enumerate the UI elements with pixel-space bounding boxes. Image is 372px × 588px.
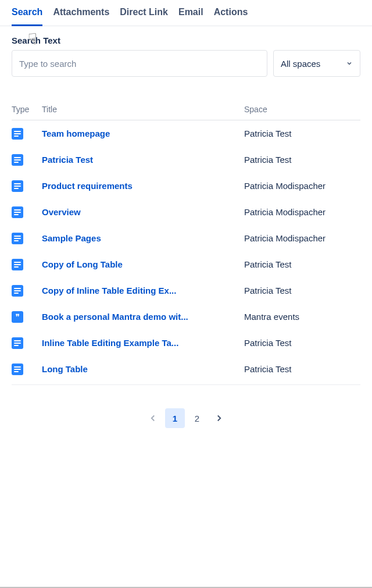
title-link[interactable]: Sample Pages xyxy=(42,233,238,243)
cell-type xyxy=(12,233,42,244)
table-row: Product requirementsPatricia Modispacher xyxy=(12,173,360,199)
cell-space: Patricia Test xyxy=(244,286,360,296)
tab-attachments[interactable]: Attachments xyxy=(53,7,109,26)
table-divider xyxy=(12,384,360,385)
space-text: Patricia Test xyxy=(244,338,291,348)
search-input[interactable] xyxy=(12,50,267,77)
cell-type xyxy=(12,364,42,375)
cell-space: Patricia Test xyxy=(244,364,360,375)
table-body: Team homepagePatricia TestPatricia TestP… xyxy=(12,120,360,382)
cell-space: Patricia Test xyxy=(244,338,360,348)
table-row: ❜❜Book a personal Mantra demo wit...Mant… xyxy=(12,304,360,330)
page-1-button[interactable]: 1 xyxy=(165,408,185,428)
cell-title: Copy of Long Table xyxy=(42,259,244,269)
cell-title: Product requirements xyxy=(42,181,244,191)
table-row: Copy of Long TablePatricia Test xyxy=(12,251,360,277)
page-icon xyxy=(12,337,23,349)
space-filter-select[interactable]: All spaces xyxy=(273,50,360,77)
cell-space: Patricia Modispacher xyxy=(244,207,360,218)
cell-space: Patricia Test xyxy=(244,129,360,139)
header-title: Title xyxy=(42,105,244,114)
table-row: Sample PagesPatricia Modispacher xyxy=(12,225,360,251)
cell-space: Patricia Test xyxy=(244,259,360,270)
cell-space: Patricia Modispacher xyxy=(244,181,360,191)
space-text: Patricia Test xyxy=(244,155,291,165)
space-text: Patricia Test xyxy=(244,129,291,138)
space-text: Patricia Test xyxy=(244,286,291,295)
header-space: Space xyxy=(244,105,360,114)
title-link[interactable]: Product requirements xyxy=(42,181,238,191)
space-text: Patricia Modispacher xyxy=(244,207,326,217)
space-filter-value: All spaces xyxy=(281,59,320,69)
cell-title: Sample Pages xyxy=(42,233,244,243)
cell-type: ❜❜ xyxy=(12,311,42,323)
table-row: Copy of Inline Table Editing Ex...Patric… xyxy=(12,277,360,304)
blog-icon: ❜❜ xyxy=(12,311,23,323)
header-type: Type xyxy=(12,105,42,114)
tab-actions[interactable]: Actions xyxy=(214,7,248,26)
tab-email[interactable]: Email xyxy=(178,7,203,26)
cell-title: Overview xyxy=(42,207,244,217)
cell-title: Inline Table Editing Example Ta... xyxy=(42,338,244,348)
cell-space: Mantra events xyxy=(244,312,360,322)
pagination: 1 2 xyxy=(0,408,372,428)
cell-type xyxy=(12,154,42,166)
tab-search[interactable]: Search xyxy=(12,7,42,26)
cell-type xyxy=(12,285,42,297)
cell-title: Patricia Test xyxy=(42,155,244,165)
table-row: OverviewPatricia Modispacher xyxy=(12,199,360,225)
space-text: Mantra events xyxy=(244,312,299,322)
chevron-down-icon xyxy=(346,59,353,69)
space-text: Patricia Modispacher xyxy=(244,233,326,243)
page-icon xyxy=(12,364,23,375)
cell-type xyxy=(12,128,42,140)
page-icon xyxy=(12,259,23,270)
cell-type xyxy=(12,337,42,349)
title-link[interactable]: Patricia Test xyxy=(42,155,238,165)
page-icon xyxy=(12,154,23,166)
cell-type xyxy=(12,180,42,192)
title-link[interactable]: Copy of Inline Table Editing Ex... xyxy=(42,286,238,295)
page-icon xyxy=(12,206,23,218)
page-next-button[interactable] xyxy=(209,408,229,428)
page-icon xyxy=(12,285,23,297)
cell-title: Book a personal Mantra demo wit... xyxy=(42,312,244,322)
space-text: Patricia Modispacher xyxy=(244,181,326,191)
cell-type xyxy=(12,259,42,270)
space-text: Patricia Test xyxy=(244,259,291,269)
cell-title: Copy of Inline Table Editing Ex... xyxy=(42,286,244,295)
search-label: Search Text xyxy=(12,35,360,45)
search-section: Search Text All spaces xyxy=(0,26,372,81)
title-link[interactable]: Inline Table Editing Example Ta... xyxy=(42,338,238,348)
page-prev-button[interactable] xyxy=(143,408,163,428)
tab-bar: Search Attachments Direct Link Email Act… xyxy=(0,0,372,26)
table-row: Patricia TestPatricia Test xyxy=(12,147,360,173)
page-2-button[interactable]: 2 xyxy=(187,408,207,428)
title-link[interactable]: Long Table xyxy=(42,364,238,374)
cell-type xyxy=(12,206,42,218)
tab-direct-link[interactable]: Direct Link xyxy=(120,7,168,26)
page-icon xyxy=(12,128,23,140)
title-link[interactable]: Book a personal Mantra demo wit... xyxy=(42,312,238,322)
title-link[interactable]: Team homepage xyxy=(42,129,238,138)
results-table: Type Title Space Team homepagePatricia T… xyxy=(12,105,360,385)
title-link[interactable]: Overview xyxy=(42,207,238,217)
page-icon xyxy=(12,233,23,244)
cell-title: Long Table xyxy=(42,364,244,374)
cell-title: Team homepage xyxy=(42,129,244,138)
table-row: Long TablePatricia Test xyxy=(12,356,360,382)
cell-space: Patricia Test xyxy=(244,155,360,165)
title-link[interactable]: Copy of Long Table xyxy=(42,259,238,269)
cell-space: Patricia Modispacher xyxy=(244,233,360,244)
space-text: Patricia Test xyxy=(244,364,291,374)
table-header: Type Title Space xyxy=(12,105,360,120)
table-row: Inline Table Editing Example Ta...Patric… xyxy=(12,330,360,356)
table-row: Team homepagePatricia Test xyxy=(12,120,360,147)
page-icon xyxy=(12,180,23,192)
